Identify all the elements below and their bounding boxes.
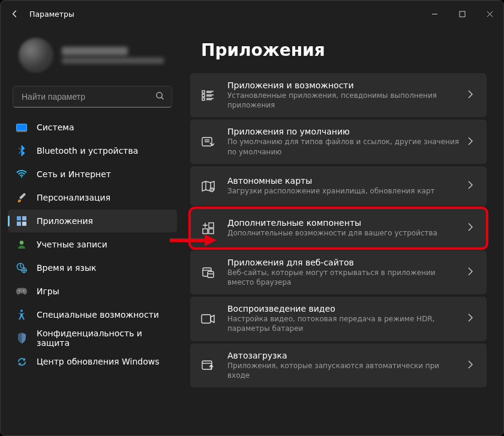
sidebar-item-bluetooth[interactable]: Bluetooth и устройства	[8, 139, 177, 162]
card-offline-maps[interactable]: Автономные карты Загрузки расположение х…	[190, 166, 487, 206]
svg-point-12	[20, 310, 23, 312]
shield-icon	[16, 333, 27, 344]
search-box[interactable]	[13, 86, 172, 107]
wifi-icon	[16, 169, 27, 180]
sidebar-item-personalization[interactable]: Персонализация	[8, 186, 177, 209]
card-title: Воспроизведение видео	[227, 304, 460, 313]
card-subtitle: Загрузки расположение хранилища, обновле…	[227, 186, 460, 196]
titlebar: Параметры	[1, 1, 503, 27]
card-title: Дополнительные компоненты	[227, 218, 460, 228]
display-icon	[16, 122, 27, 133]
svg-rect-4	[22, 216, 26, 220]
sidebar-item-label: Игры	[37, 286, 59, 296]
chevron-right-icon	[467, 90, 477, 100]
sidebar-item-label: Конфиденциальность и защита	[37, 329, 171, 348]
svg-rect-22	[208, 271, 214, 277]
avatar	[19, 38, 53, 73]
card-optional-features[interactable]: Дополнительные компоненты Дополнительные…	[190, 208, 487, 248]
chevron-right-icon	[467, 181, 477, 191]
chevron-right-icon	[467, 313, 477, 324]
sidebar-item-windows-update[interactable]: Центр обновления Windows	[8, 350, 177, 373]
nav: Система Bluetooth и устройства Сеть и Ин…	[8, 116, 177, 373]
main-content: Приложения Приложения и возможности Уста…	[184, 27, 503, 435]
account-text	[62, 47, 164, 64]
svg-point-2	[21, 176, 22, 177]
page-title: Приложения	[201, 40, 487, 60]
sidebar: Система Bluetooth и устройства Сеть и Ин…	[1, 27, 184, 435]
sidebar-item-label: Специальные возможности	[37, 310, 159, 319]
sidebar-item-apps[interactable]: Приложения	[8, 210, 177, 232]
svg-point-7	[20, 241, 23, 244]
svg-rect-14	[202, 94, 205, 97]
chevron-right-icon	[467, 360, 477, 371]
svg-rect-5	[17, 222, 21, 226]
list-icon	[196, 90, 220, 101]
settings-window: Параметры	[0, 0, 504, 436]
sidebar-item-label: Учетные записи	[37, 240, 107, 249]
card-title: Автозагрузка	[227, 351, 460, 360]
svg-rect-15	[202, 98, 205, 100]
svg-rect-18	[203, 229, 208, 234]
sidebar-item-gaming[interactable]: Игры	[8, 280, 177, 303]
svg-rect-20	[209, 223, 214, 228]
chevron-right-icon	[467, 267, 477, 277]
card-subtitle: Веб-сайты, которые могут открываться в п…	[227, 268, 460, 287]
card-startup[interactable]: Автозагрузка Приложения, которые запуска…	[190, 344, 487, 387]
sidebar-item-system[interactable]: Система	[8, 116, 177, 139]
card-title: Приложения по умолчанию	[227, 127, 460, 136]
svg-rect-3	[17, 216, 21, 220]
gamepad-icon	[16, 286, 27, 297]
sidebar-item-accounts[interactable]: Учетные записи	[8, 233, 177, 256]
card-subtitle: Установленные приложения, псевдонимы вып…	[227, 91, 460, 110]
svg-rect-6	[22, 222, 26, 226]
windows-update-icon	[16, 356, 27, 367]
person-icon	[16, 239, 27, 250]
sidebar-item-label: Персонализация	[37, 193, 110, 202]
sidebar-item-time-language[interactable]: Время и язык	[8, 256, 177, 279]
search-icon	[155, 91, 164, 102]
website-app-icon	[196, 265, 220, 279]
svg-rect-13	[202, 91, 205, 93]
svg-rect-23	[202, 315, 211, 323]
close-button[interactable]	[476, 4, 503, 23]
minimize-button[interactable]	[421, 4, 448, 23]
search-input[interactable]	[20, 91, 155, 102]
map-icon	[196, 180, 220, 192]
chevron-right-icon	[467, 223, 477, 233]
svg-point-10	[19, 290, 20, 291]
sidebar-item-label: Система	[37, 123, 74, 132]
maximize-button[interactable]	[448, 4, 476, 23]
sidebar-item-label: Время и язык	[37, 263, 96, 273]
card-subtitle: Настройка видео, потоковая передача в ре…	[227, 314, 460, 333]
svg-rect-24	[202, 361, 212, 369]
window-title: Параметры	[29, 10, 74, 19]
sidebar-item-label: Центр обновления Windows	[37, 357, 159, 366]
account-card[interactable]	[8, 32, 177, 83]
card-apps-for-websites[interactable]: Приложения для веб-сайтов Веб-сайты, кот…	[190, 250, 487, 294]
startup-icon	[196, 359, 220, 371]
card-title: Автономные карты	[227, 176, 460, 186]
cards-list: Приложения и возможности Установленные п…	[190, 73, 487, 387]
sidebar-item-label: Приложения	[37, 216, 93, 226]
card-subtitle: Дополнительные возможности для вашего ус…	[227, 228, 460, 238]
clock-globe-icon	[16, 262, 27, 273]
sidebar-item-privacy[interactable]: Конфиденциальность и защита	[8, 327, 177, 350]
default-apps-icon	[196, 136, 220, 148]
sidebar-item-accessibility[interactable]: Специальные возможности	[8, 303, 177, 326]
card-title: Приложения для веб-сайтов	[227, 258, 460, 267]
card-video-playback[interactable]: Воспроизведение видео Настройка видео, п…	[190, 297, 487, 341]
card-apps-features[interactable]: Приложения и возможности Установленные п…	[190, 73, 487, 117]
apps-icon	[16, 216, 27, 226]
card-title: Приложения и возможности	[227, 80, 460, 90]
card-subtitle: По умолчанию для типов файлов и ссылок, …	[227, 137, 460, 156]
svg-point-1	[157, 92, 162, 98]
chevron-right-icon	[467, 137, 477, 147]
paintbrush-icon	[16, 192, 27, 203]
card-subtitle: Приложения, которые запускаются автомати…	[227, 361, 460, 380]
back-button[interactable]	[7, 5, 23, 22]
sidebar-item-network[interactable]: Сеть и Интернет	[8, 163, 177, 186]
card-default-apps[interactable]: Приложения по умолчанию По умолчанию для…	[190, 120, 487, 163]
video-icon	[196, 313, 220, 324]
window-controls	[421, 4, 503, 23]
svg-rect-19	[209, 229, 214, 234]
